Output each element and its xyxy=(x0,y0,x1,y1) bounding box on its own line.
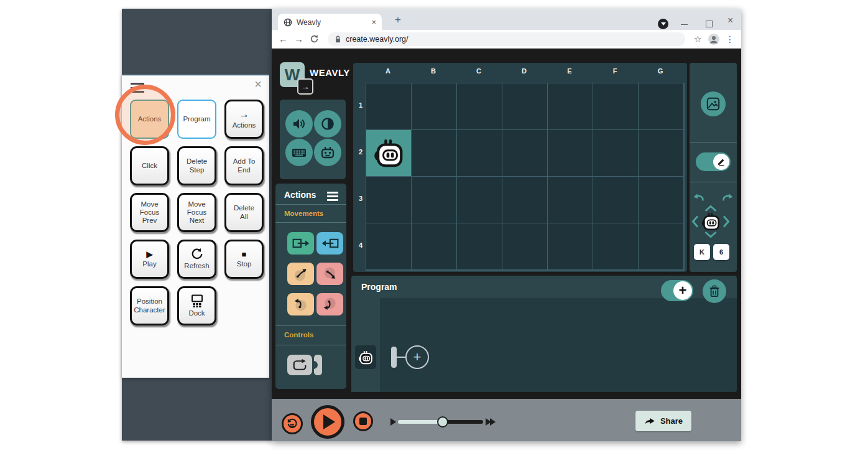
turn-right-45-block[interactable] xyxy=(316,263,343,285)
delete-all-button[interactable] xyxy=(703,279,726,303)
grid-cell-C3 xyxy=(457,177,502,223)
reload-button[interactable] xyxy=(310,34,319,44)
turn-left-90-block[interactable] xyxy=(287,293,314,315)
reset-icon xyxy=(287,418,298,429)
key-move-focus-next[interactable]: Move Focus Next xyxy=(177,193,216,232)
move-backward-block[interactable] xyxy=(316,232,343,255)
move-left-button[interactable] xyxy=(691,215,699,228)
plus-icon: + xyxy=(673,281,692,300)
grid-cell-B1 xyxy=(412,83,457,130)
new-tab-button[interactable]: + xyxy=(391,13,405,27)
background-image-button[interactable] xyxy=(701,91,726,116)
grid-cell-F3 xyxy=(593,177,639,223)
program-panel: Program + xyxy=(351,276,737,392)
window-maximize-button[interactable] xyxy=(706,21,713,27)
key-goto-actions[interactable]: → Actions xyxy=(224,100,264,139)
character-position-robot[interactable] xyxy=(700,211,721,232)
share-button[interactable]: Share xyxy=(635,411,691,431)
grid-cell-F4 xyxy=(593,223,639,270)
audio-feedback-button[interactable] xyxy=(285,110,313,138)
key-dock[interactable]: Dock xyxy=(177,286,216,325)
key-delete-step[interactable]: Delete Step xyxy=(177,146,216,185)
arrow-right-icon: → xyxy=(239,109,249,119)
key-click[interactable]: Click xyxy=(130,146,169,185)
share-arrow-icon xyxy=(644,416,655,426)
grid-cell-E2 xyxy=(548,130,593,177)
grid-cell-D4 xyxy=(502,223,548,270)
stop-button[interactable] xyxy=(353,411,373,431)
redo-button[interactable] xyxy=(722,192,734,204)
grid-cell-C1 xyxy=(457,83,502,130)
trash-icon xyxy=(709,285,720,297)
program-track: + xyxy=(351,298,737,392)
row-label: 3 xyxy=(357,195,364,202)
forward-button[interactable]: → xyxy=(294,34,303,44)
key-add-to-end[interactable]: Add To End xyxy=(224,146,264,185)
undo-button[interactable] xyxy=(692,192,704,204)
scene-grid xyxy=(366,83,685,271)
forward-arrow-icon xyxy=(292,236,310,251)
window-close-button[interactable]: × xyxy=(727,15,733,26)
move-down-button[interactable] xyxy=(704,231,718,238)
reset-character-button[interactable] xyxy=(282,413,303,434)
actions-panel: Actions Movements xyxy=(275,184,346,389)
refresh-icon xyxy=(191,248,203,260)
pen-toggle[interactable] xyxy=(696,152,731,171)
extension-badge-icon[interactable] xyxy=(658,19,668,29)
stop-icon xyxy=(359,418,367,425)
add-step-node[interactable]: + xyxy=(405,345,429,369)
key-play[interactable]: ▶ Play xyxy=(130,240,169,279)
grid-cell-A2-character[interactable] xyxy=(366,130,412,177)
tab-close-icon[interactable]: × xyxy=(371,17,376,27)
slow-speed-icon xyxy=(390,418,396,426)
actions-panel-menu-icon[interactable] xyxy=(327,192,338,203)
key-delete-all[interactable]: Delete All xyxy=(224,193,264,232)
scene-panel: A B C D E F G 1 2 3 4 xyxy=(353,63,687,272)
contrast-theme-button[interactable] xyxy=(314,110,341,138)
browser-menu-icon[interactable]: ⋮ xyxy=(726,34,734,44)
close-icon[interactable]: × xyxy=(254,77,262,91)
add-step-toggle[interactable]: + xyxy=(661,280,693,301)
keyboard-shortcuts-button[interactable] xyxy=(285,139,313,166)
key-move-focus-prev[interactable]: Move Focus Prev xyxy=(130,193,169,232)
profile-avatar[interactable] xyxy=(708,34,719,45)
grid-cell-G3 xyxy=(639,177,684,223)
back-button[interactable]: ← xyxy=(279,34,288,44)
row-key-button[interactable]: 6 xyxy=(713,244,729,260)
speed-slider-thumb[interactable] xyxy=(437,416,448,428)
highlight-circle xyxy=(115,85,175,145)
bookmark-star-icon[interactable]: ☆ xyxy=(694,34,702,45)
preferences-panel xyxy=(280,100,346,179)
move-forward-block[interactable] xyxy=(287,232,314,255)
program-connector xyxy=(397,357,405,358)
move-right-button[interactable] xyxy=(723,215,730,228)
key-position-character[interactable]: Position Character xyxy=(130,286,169,325)
character-select-button[interactable] xyxy=(314,139,341,166)
turn-right-90-block[interactable] xyxy=(316,293,343,315)
loop-end-block[interactable] xyxy=(314,355,322,375)
window-minimize-button[interactable] xyxy=(681,24,688,25)
column-label: C xyxy=(473,67,485,75)
play-button[interactable] xyxy=(311,405,344,439)
robot-character-icon xyxy=(700,212,721,231)
grid-cell-A1 xyxy=(366,83,412,130)
program-character-chip[interactable] xyxy=(355,345,376,369)
grid-cell-B3 xyxy=(412,177,457,223)
turn-left-45-block[interactable] xyxy=(287,263,314,285)
column-label: D xyxy=(518,67,530,75)
key-program[interactable]: Program xyxy=(177,100,216,139)
loop-control-block[interactable] xyxy=(287,355,312,375)
key-stop[interactable]: ■ Stop xyxy=(224,240,264,279)
program-character-column xyxy=(351,298,380,392)
row-label: 2 xyxy=(357,148,364,156)
browser-tab[interactable]: Weavly × xyxy=(278,14,382,30)
screenshot-root: × Actions Program → Actions Click Delete… xyxy=(0,0,868,458)
key-refresh[interactable]: Refresh xyxy=(177,240,216,279)
play-icon: ▶ xyxy=(147,250,153,258)
column-key-button[interactable]: K xyxy=(694,244,710,260)
tab-strip: Weavly × + × xyxy=(272,9,741,30)
turn-left-45-icon xyxy=(292,266,310,282)
scene-tools-panel: K 6 xyxy=(690,63,737,272)
robot-character-icon xyxy=(372,138,405,168)
address-bar[interactable]: create.weavly.org/ xyxy=(328,32,685,46)
